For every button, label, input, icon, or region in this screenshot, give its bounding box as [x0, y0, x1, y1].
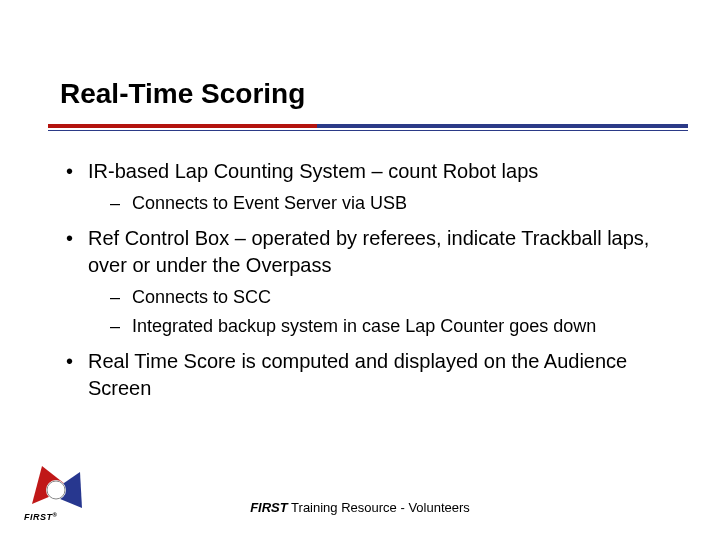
- sub-bullet-item: Integrated backup system in case Lap Cou…: [88, 314, 670, 338]
- bullet-item: Real Time Score is computed and displaye…: [60, 348, 670, 402]
- bullet-list: IR-based Lap Counting System – count Rob…: [60, 158, 670, 402]
- content-area: IR-based Lap Counting System – count Rob…: [60, 158, 670, 410]
- footer-brand: FIRST: [250, 500, 288, 515]
- footer-rest: Training Resource - Volunteers: [288, 500, 470, 515]
- bullet-item: Ref Control Box – operated by referees, …: [60, 225, 670, 338]
- svg-point-2: [46, 480, 66, 500]
- sub-bullet-list: Connects to Event Server via USB: [88, 191, 670, 215]
- bullet-text: Ref Control Box – operated by referees, …: [88, 227, 649, 276]
- bullet-item: IR-based Lap Counting System – count Rob…: [60, 158, 670, 215]
- sub-bullet-item: Connects to SCC: [88, 285, 670, 309]
- sub-bullet-list: Connects to SCC Integrated backup system…: [88, 285, 670, 338]
- slide-title: Real-Time Scoring: [60, 78, 305, 110]
- sub-bullet-item: Connects to Event Server via USB: [88, 191, 670, 215]
- title-rule-thin: [48, 130, 688, 131]
- slide: Real-Time Scoring IR-based Lap Counting …: [0, 0, 720, 540]
- bullet-text: IR-based Lap Counting System – count Rob…: [88, 160, 538, 182]
- bullet-text: Real Time Score is computed and displaye…: [88, 350, 627, 399]
- title-rule-thick: [48, 124, 688, 128]
- footer-text: FIRST Training Resource - Volunteers: [0, 500, 720, 515]
